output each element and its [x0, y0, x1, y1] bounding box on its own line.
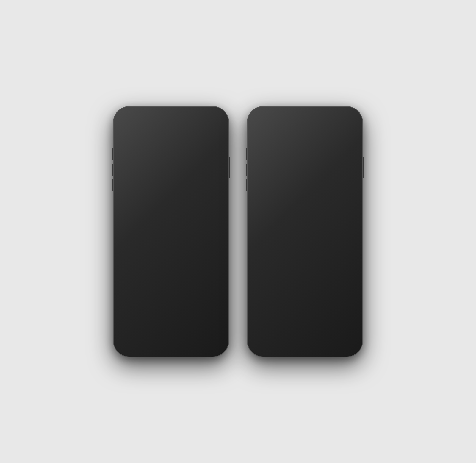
- twitterrific-mini[interactable]: 🐦: [175, 168, 185, 178]
- health-mini-1[interactable]: ⏱: [280, 194, 290, 202]
- yt-large-icon[interactable]: [258, 224, 279, 258]
- face2-icon[interactable]: 🎭: [197, 168, 218, 189]
- mail-icon[interactable]: ✉️: [146, 259, 167, 280]
- duolingo-icon[interactable]: 🦜: [274, 323, 288, 337]
- tf-mini-2[interactable]: ✓: [342, 289, 353, 297]
- phone-icon[interactable]: 📞: [146, 168, 167, 189]
- flag-mini[interactable]: 🚩: [157, 292, 167, 302]
- safari-icon[interactable]: 🧭: [175, 202, 196, 223]
- game-mini-3[interactable]: 💰: [280, 298, 290, 306]
- creativity-app-2[interactable]: 🖼: [270, 147, 280, 157]
- social-cell[interactable]: 🐦 📷 f 👻 微 🏃 Z Social: [121, 200, 170, 254]
- facebook-icon[interactable]: f: [124, 225, 145, 246]
- settings-icon[interactable]: ⚙️: [197, 202, 218, 223]
- stocks-mini[interactable]: 📈: [197, 292, 208, 302]
- etsy-mini[interactable]: E: [331, 203, 342, 211]
- bottom-cell-1[interactable]: 📷 📸: [121, 313, 165, 337]
- tweetbot-icon[interactable]: 🐦: [124, 202, 145, 223]
- other-app-3[interactable]: ⊞: [333, 147, 343, 157]
- health-mini-3[interactable]: C: [280, 203, 290, 211]
- clarity-mini[interactable]: ◎: [146, 292, 156, 302]
- youtube-icon[interactable]: [124, 168, 145, 189]
- utilities-cell[interactable]: 🧭 ⚙️ 🏠 📖 ⊞ 🎧 📻 Utilities: [173, 200, 221, 254]
- tweetbot2-icon[interactable]: 🐦: [309, 271, 330, 306]
- snapchat-mini[interactable]: 👻: [146, 225, 156, 235]
- ent-mini-4[interactable]: ▶: [291, 250, 301, 258]
- strava-mini[interactable]: 🏃: [146, 235, 156, 246]
- ent-mini-1[interactable]: 🎬: [280, 241, 290, 249]
- game-mini-1[interactable]: 🐔: [280, 289, 290, 297]
- vero-icon[interactable]: V: [187, 318, 201, 332]
- grid-mini[interactable]: ⊞: [208, 225, 219, 235]
- search-bar-1[interactable]: App Library: [123, 126, 219, 138]
- bottom-partial-1[interactable]: 🎲 🦜: [255, 317, 303, 343]
- fortnite-icon[interactable]: 🎮: [258, 271, 279, 306]
- zoom-mini[interactable]: Z: [157, 235, 167, 246]
- creativity-app-3[interactable]: ⭐: [281, 147, 292, 157]
- books-mini[interactable]: 📚: [208, 281, 219, 292]
- snowboard-mini[interactable]: 🏂: [197, 281, 208, 292]
- instagram-icon[interactable]: 📷: [146, 202, 167, 223]
- slack-icon[interactable]: #: [124, 259, 145, 280]
- covid-trace-icon[interactable]: COVIDTrace: [175, 145, 196, 167]
- overcast-mini[interactable]: 📻: [208, 235, 219, 246]
- app-store-icon[interactable]: 🛍: [124, 145, 145, 167]
- siri-icon[interactable]: [146, 145, 167, 167]
- small-app-2[interactable]: 🔖: [203, 326, 209, 332]
- bottom-p2-app2[interactable]: 🎓: [309, 323, 323, 337]
- camera-icon-1[interactable]: 📷: [124, 318, 139, 332]
- searchapp-mini[interactable]: 🔍: [186, 168, 196, 178]
- headphones2-mini[interactable]: 🎧: [197, 235, 208, 246]
- bear-mini[interactable]: 🐻: [157, 281, 167, 292]
- reddit-icon[interactable]: 👽: [175, 259, 196, 280]
- productivity-cell[interactable]: # ✉️ 📝 💳 🐻 ◎ 🚩 Productivity & Finance: [121, 257, 170, 310]
- weibo-mini[interactable]: 微: [157, 225, 167, 235]
- alien-icon[interactable]: 🤖: [197, 259, 218, 280]
- home-icon[interactable]: 🏠: [175, 225, 196, 246]
- shopping-cell[interactable]: amazon yelp 🛍 ⊕ E 🎮 Shopping & Food: [306, 174, 355, 219]
- game-mini-2[interactable]: 🔥: [291, 289, 301, 297]
- testflight-cell[interactable]: 🐦 ⛰ M ✓ ☁ ⚙ TestFlight: [306, 269, 355, 314]
- target-mini[interactable]: ⊕: [342, 194, 353, 202]
- entertainment-cell[interactable]: W 🎬 ▶ ⭐ ▶ Entertainment: [255, 222, 303, 266]
- bottom-partial-2[interactable]: 🎓 🦉: [306, 317, 355, 343]
- wallet-mini[interactable]: 💳: [146, 281, 156, 292]
- other-app-2[interactable]: 🌀: [321, 147, 331, 157]
- dyson-icon[interactable]: dyson: [171, 318, 185, 332]
- bibly-icon[interactable]: b: [258, 176, 279, 211]
- travel-mini-4[interactable]: 🚂: [342, 250, 353, 258]
- suggestions-cell[interactable]: 🛍 📞 Suggestions: [121, 143, 170, 197]
- other-app-1[interactable]: 💜: [309, 147, 320, 157]
- creativity-app-1[interactable]: 🌿: [258, 147, 268, 157]
- other-cell[interactable]: 💜 🌀 ⊞ Other: [306, 144, 355, 171]
- games-cell[interactable]: 🎮 🎯 🐔 🔥 💰 👑 Games: [255, 269, 303, 314]
- small-app-3[interactable]: [211, 322, 218, 329]
- game2-icon[interactable]: 🎯: [280, 271, 301, 288]
- tf-mini-1[interactable]: M: [331, 289, 342, 297]
- read-mini[interactable]: 📖: [197, 225, 208, 235]
- prime-mini[interactable]: ▶: [291, 241, 301, 249]
- tiktok-mini[interactable]: ♪: [186, 178, 196, 189]
- headphones-icon[interactable]: 🎧: [197, 145, 218, 167]
- game-mini-4[interactable]: 👑: [291, 298, 301, 306]
- notes-icon[interactable]: 📝: [124, 281, 145, 302]
- yelp-icon[interactable]: yelp: [331, 176, 352, 193]
- travel-mini-3[interactable]: 🎫: [331, 250, 342, 258]
- owl-icon[interactable]: 🦉: [325, 323, 339, 337]
- health-mini-4[interactable]: 🩺: [291, 203, 301, 211]
- bottom-p2-app1[interactable]: 🎲: [258, 323, 272, 337]
- heart-icon[interactable]: ❤️: [280, 176, 301, 193]
- travel-cell[interactable]: 🗺 📍 ❤️ 🏰 🎫 🚂 Travel: [306, 222, 355, 266]
- game-mini[interactable]: 🎮: [342, 203, 353, 211]
- testflight-mini[interactable]: ⭐: [280, 250, 290, 258]
- gmaps-icon[interactable]: 📍: [331, 224, 352, 241]
- recently-added-cell[interactable]: COVIDTrace 🎧 🐦 🔍 👤 ♪ 🎭 Recently Added: [173, 143, 221, 197]
- shopping-mini-1[interactable]: 🛍: [331, 194, 342, 202]
- maps-icon[interactable]: 🗺: [309, 224, 330, 258]
- word-game-icon[interactable]: W: [280, 224, 301, 241]
- face-mini[interactable]: 👤: [175, 178, 185, 189]
- mountain-icon[interactable]: ⛰: [331, 271, 352, 288]
- bottom-cell-2[interactable]: dyson V 🎵 🔖: [168, 313, 221, 337]
- tf-mini-3[interactable]: ☁: [331, 298, 342, 306]
- information-cell[interactable]: 👽 🤖 N 🏂 📚 📈 ⋯ Information & Reading: [173, 257, 221, 310]
